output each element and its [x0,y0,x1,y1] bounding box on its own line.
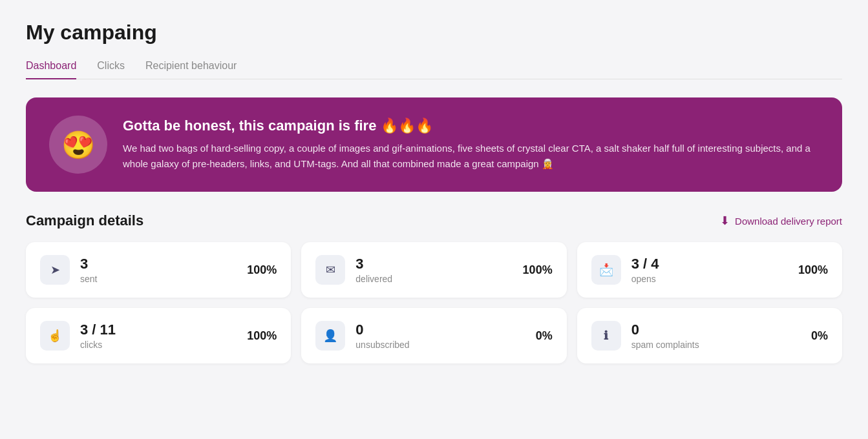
stat-percent-delivered: 100% [523,263,553,277]
banner-description: We had two bags of hard-selling copy, a … [123,141,819,172]
stat-number-delivered: 3 [355,256,512,272]
stat-percent-spam-complaints: 0% [811,329,828,343]
stat-body-delivered: 3 delivered [355,256,512,284]
stat-body-sent: 3 sent [80,256,237,284]
stat-percent-clicks: 100% [247,329,277,343]
stat-label-spam-complaints: spam complaints [631,340,801,350]
stat-number-opens: 3 / 4 [631,256,788,272]
stat-label-unsubscribed: unsubscribed [355,340,525,350]
stat-icon-box-delivered: ✉ [315,255,345,285]
download-icon: ⬇ [720,214,730,228]
stat-body-unsubscribed: 0 unsubscribed [355,322,525,350]
stat-card-clicks: ☝ 3 / 11 clicks 100% [26,308,291,363]
stat-card-delivered: ✉ 3 delivered 100% [301,242,566,298]
download-label: Download delivery report [735,216,842,227]
opens-icon: 📩 [599,263,613,277]
banner-title: Gotta be honest, this campaign is fire 🔥… [123,117,819,134]
stat-number-spam-complaints: 0 [631,322,801,338]
tab-recipient-behaviour[interactable]: Recipient behaviour [145,60,237,79]
unsubscribed-icon: 👤 [323,329,337,343]
banner-content: Gotta be honest, this campaign is fire 🔥… [123,117,819,172]
stat-card-spam-complaints: ℹ 0 spam complaints 0% [577,308,842,363]
stat-label-clicks: clicks [80,340,237,350]
stat-label-sent: sent [80,274,237,284]
stat-number-clicks: 3 / 11 [80,322,237,338]
stat-body-clicks: 3 / 11 clicks [80,322,237,350]
tabs-nav: Dashboard Clicks Recipient behaviour [26,60,842,79]
stat-icon-box-opens: 📩 [591,255,621,285]
tab-clicks[interactable]: Clicks [97,60,125,79]
stat-icon-box-sent: ➤ [40,255,70,285]
stat-label-opens: opens [631,274,788,284]
stat-label-delivered: delivered [355,274,512,284]
page-title: My campaing [26,21,842,45]
stats-grid: ➤ 3 sent 100% ✉ 3 delivered 100% 📩 3 / 4… [26,242,842,363]
stat-percent-unsubscribed: 0% [536,329,553,343]
stat-icon-box-clicks: ☝ [40,321,70,351]
stat-percent-opens: 100% [798,263,828,277]
clicks-icon: ☝ [48,329,62,343]
section-title: Campaign details [26,212,143,229]
tab-dashboard[interactable]: Dashboard [26,60,76,79]
spam-complaints-icon: ℹ [604,329,608,343]
stat-body-opens: 3 / 4 opens [631,256,788,284]
campaign-details-header: Campaign details ⬇ Download delivery rep… [26,212,842,229]
stat-percent-sent: 100% [247,263,277,277]
campaign-banner: 😍 Gotta be honest, this campaign is fire… [26,97,842,192]
stat-number-sent: 3 [80,256,237,272]
stat-card-opens: 📩 3 / 4 opens 100% [577,242,842,298]
banner-emoji: 😍 [61,129,95,161]
banner-emoji-container: 😍 [49,116,107,174]
sent-icon: ➤ [50,263,60,277]
download-delivery-report-link[interactable]: ⬇ Download delivery report [720,214,842,228]
stat-card-unsubscribed: 👤 0 unsubscribed 0% [301,308,566,363]
stat-icon-box-spam-complaints: ℹ [591,321,621,351]
stat-body-spam-complaints: 0 spam complaints [631,322,801,350]
stat-card-sent: ➤ 3 sent 100% [26,242,291,298]
delivered-icon: ✉ [326,263,335,277]
stat-number-unsubscribed: 0 [355,322,525,338]
stat-icon-box-unsubscribed: 👤 [315,321,345,351]
